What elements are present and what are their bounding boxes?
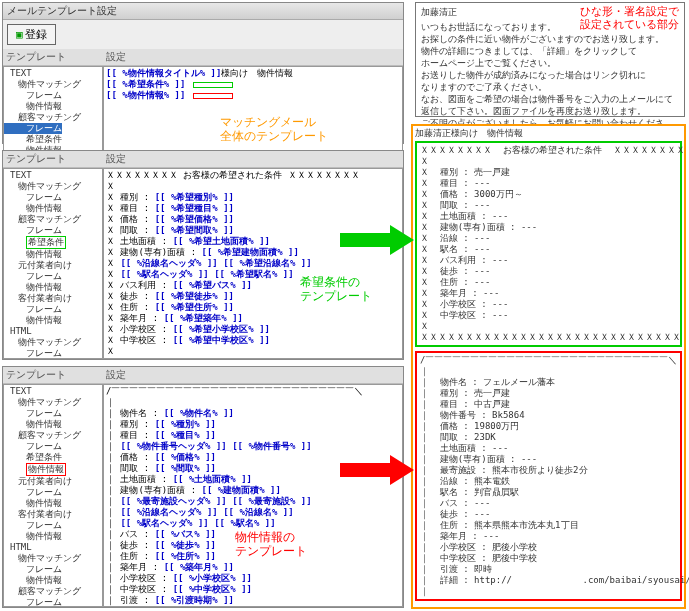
tree-node[interactable]: 物件マッチング	[4, 553, 102, 564]
tree-node[interactable]: 顧客マッチング	[4, 586, 102, 597]
note-hinagata: ひな形・署名設定で 設定されている部分	[580, 5, 679, 31]
cfg-line: Ｘ 価格 : [[ %希望価格% ]]	[106, 214, 400, 225]
output-property: /￣￣￣￣￣￣￣￣￣￣￣￣￣￣￣￣￣￣￣￣￣￣￣￣￣￣￣＼ ｜ ｜ 物件名 : …	[415, 351, 682, 601]
tree-node[interactable]: 物件マッチング	[4, 397, 102, 408]
tree-node[interactable]: 物件情報	[4, 282, 102, 293]
cfg-line: Ｘ	[106, 346, 400, 357]
tree-node[interactable]: TEXT	[4, 170, 102, 181]
tree-node[interactable]: フレーム	[4, 192, 102, 203]
tree-node[interactable]: 物件情報	[4, 498, 102, 509]
tree-node[interactable]: 希望条件	[26, 236, 66, 249]
cfg-line: [[ %物件情報タイトル% ]]様向け 物件情報	[106, 68, 400, 79]
cfg-line: ｜ [[ %沿線名ヘッダ% ]] [[ %沿線名% ]]	[106, 507, 400, 518]
tree-node[interactable]: 希望条件	[4, 134, 102, 145]
svg-marker-1	[340, 455, 414, 485]
legend-kibou: 希望条件の テンプレート	[300, 275, 372, 303]
tree-node[interactable]: フレーム	[4, 225, 102, 236]
tree-node[interactable]: フレーム	[4, 520, 102, 531]
cfg-line: ｜ [[ %最寄施設ヘッダ% ]] [[ %最寄施設% ]]	[106, 496, 400, 507]
tree-node[interactable]: TEXT	[4, 68, 102, 79]
cfg-line: ＸＸＸＸＸＸＸＸ お客様の希望された条件 ＸＸＸＸＸＸＸＸ	[106, 170, 400, 181]
arrow-red	[340, 455, 415, 490]
signature-body: いつもお世話になっております。お探しの条件に近い物件がございますのでお送り致しま…	[421, 21, 679, 141]
legend-matching-mail: マッチングメール 全体のテンプレート	[220, 115, 328, 143]
tree-node[interactable]: HTML	[4, 542, 102, 553]
tree-node[interactable]: フレーム	[4, 597, 102, 607]
register-label: 登録	[25, 28, 47, 41]
cfg-line: ｜ 小学校区 : [[ %小学校区% ]]	[106, 573, 400, 584]
legend-bukken: 物件情報の テンプレート	[235, 530, 307, 558]
cfg-line: [[ %物件情報% ]]	[106, 90, 400, 101]
cfg-line: ｜ [[ %駅名ヘッダ% ]] [[ %駅名% ]]	[106, 518, 400, 529]
template-tree-3[interactable]: TEXT物件マッチングフレーム物件情報顧客マッチングフレーム希望条件物件情報元付…	[3, 384, 103, 607]
tree-node[interactable]: 顧客マッチング	[4, 112, 102, 123]
cfg-line: Ｘ 種別 : [[ %希望種別% ]]	[106, 192, 400, 203]
tree-node[interactable]: フレーム	[4, 271, 102, 282]
tree-panel-label-2: テンプレート	[3, 151, 103, 168]
window-title: メールテンプレート設定	[3, 3, 403, 20]
tree-node[interactable]: 希望条件	[4, 452, 102, 463]
tree-node[interactable]: フレーム	[4, 123, 62, 134]
output-conditions-text: ＸＸＸＸＸＸＸＸ お客様の希望された条件 ＸＸＸＸＸＸＸＸ Ｘ Ｘ 種別 : 売…	[420, 145, 677, 343]
tree-node[interactable]: 物件情報	[4, 419, 102, 430]
tree-node[interactable]: 物件情報	[4, 101, 102, 112]
register-icon: ▣	[16, 28, 23, 41]
template-tree-2[interactable]: TEXT物件マッチングフレーム物件情報顧客マッチングフレーム希望条件物件情報元付…	[3, 168, 103, 359]
cfg-line: Ｘ 小学校区 : [[ %希望小学校区% ]]	[106, 324, 400, 335]
cfg-panel-label-2: 設定	[103, 151, 403, 168]
cfg-line: ｜ [[ %詳細リンクヘッダ% ]] [[ %詳細リンク% ]]	[106, 606, 400, 607]
tree-node[interactable]: 顧客マッチング	[4, 430, 102, 441]
cfg-line: Ｘ 築年月 : [[ %希望築年% ]]	[106, 313, 400, 324]
cfg-line: ｜ 中学校区 : [[ %中学校区% ]]	[106, 584, 400, 595]
cfg-line: ｜ 物件名 : [[ %物件名% ]]	[106, 408, 400, 419]
output-preview: 加藤清正様向け 物件情報 ＸＸＸＸＸＸＸＸ お客様の希望された条件 ＸＸＸＸＸＸ…	[411, 124, 686, 609]
cfg-line: /￣￣￣￣￣￣￣￣￣￣￣￣￣￣￣￣￣￣￣￣￣￣￣￣￣￣￣＼	[106, 386, 400, 397]
tree-node[interactable]: 顧客マッチング	[4, 214, 102, 225]
tree-node[interactable]: 客付業者向け	[4, 509, 102, 520]
tree-node[interactable]: 物件情報	[26, 463, 66, 476]
cfg-panel-label-1: 設定	[103, 49, 403, 66]
tree-node[interactable]: 物件マッチング	[4, 79, 102, 90]
tree-node[interactable]: 物件情報	[4, 575, 102, 586]
output-property-text: /￣￣￣￣￣￣￣￣￣￣￣￣￣￣￣￣￣￣￣￣￣￣￣￣￣￣￣＼ ｜ ｜ 物件名 : …	[420, 355, 677, 597]
tree-node[interactable]: TEXT	[4, 386, 102, 397]
tree-node[interactable]: フレーム	[4, 487, 102, 498]
tree-node[interactable]: 物件情報	[4, 203, 102, 214]
cfg-line: ｜	[106, 397, 400, 408]
tree-node[interactable]: フレーム	[4, 564, 102, 575]
cfg-line: ｜ 築年月 : [[ %築年月% ]]	[106, 562, 400, 573]
tree-node[interactable]: フレーム	[4, 304, 102, 315]
template-config-1[interactable]: [[ %物件情報タイトル% ]]様向け 物件情報[[ %希望条件% ]][[ %…	[103, 66, 403, 161]
tree-node[interactable]: 客付業者向け	[4, 293, 102, 304]
output-title: 加藤清正様向け 物件情報	[415, 128, 682, 139]
svg-marker-0	[340, 225, 414, 255]
output-conditions: ＸＸＸＸＸＸＸＸ お客様の希望された条件 ＸＸＸＸＸＸＸＸ Ｘ Ｘ 種別 : 売…	[415, 141, 682, 347]
tree-node[interactable]: フレーム	[4, 441, 102, 452]
tree-node[interactable]: 物件情報	[4, 531, 102, 542]
template-config-2[interactable]: ＸＸＸＸＸＸＸＸ お客様の希望された条件 ＸＸＸＸＸＸＸＸＸＸ 種別 : [[ …	[103, 168, 403, 359]
register-button[interactable]: ▣登録	[7, 24, 56, 45]
cfg-line: Ｘ 中学校区 : [[ %希望中学校区% ]]	[106, 335, 400, 346]
tree-node[interactable]: 物件マッチング	[4, 181, 102, 192]
tree-node[interactable]: HTML	[4, 326, 102, 337]
tree-panel-label-1: テンプレート	[3, 49, 103, 66]
tree-node[interactable]: フレーム	[4, 90, 102, 101]
cfg-line: Ｘ	[106, 181, 400, 192]
tree-node[interactable]: 元付業者向け	[4, 260, 102, 271]
cfg-line: ｜ 種目 : [[ %種目% ]]	[106, 430, 400, 441]
tree-panel-label-3: テンプレート	[3, 367, 103, 384]
tree-node[interactable]: 物件情報	[4, 249, 102, 260]
tree-node[interactable]: フレーム	[4, 408, 102, 419]
tree-node[interactable]: 元付業者向け	[4, 476, 102, 487]
cfg-panel-label-3: 設定	[103, 367, 403, 384]
template-config-3[interactable]: /￣￣￣￣￣￣￣￣￣￣￣￣￣￣￣￣￣￣￣￣￣￣￣￣￣￣￣＼｜｜ 物件名 : [[…	[103, 384, 403, 607]
cfg-line: ｜ 引渡 : [[ %引渡時期% ]]	[106, 595, 400, 606]
tree-node[interactable]: フレーム	[4, 348, 102, 359]
tree-node[interactable]: 物件マッチング	[4, 337, 102, 348]
cfg-line: [[ %希望条件% ]]	[106, 79, 400, 90]
cfg-line: ｜ [[ %物件番号ヘッダ% ]] [[ %物件番号% ]]	[106, 441, 400, 452]
tree-node[interactable]: 物件情報	[4, 315, 102, 326]
cfg-line: ＸＸＸＸＸＸＸＸＸＸＸＸＸＸＸＸＸＸＸＸＸＸＸＸＸＸＸＸＸ	[106, 357, 400, 359]
template-window-1: メールテンプレート設定 ▣登録 テンプレート TEXT物件マッチングフレーム物件…	[2, 2, 404, 144]
template-tree-1[interactable]: TEXT物件マッチングフレーム物件情報顧客マッチングフレーム希望条件物件情報	[3, 66, 103, 158]
